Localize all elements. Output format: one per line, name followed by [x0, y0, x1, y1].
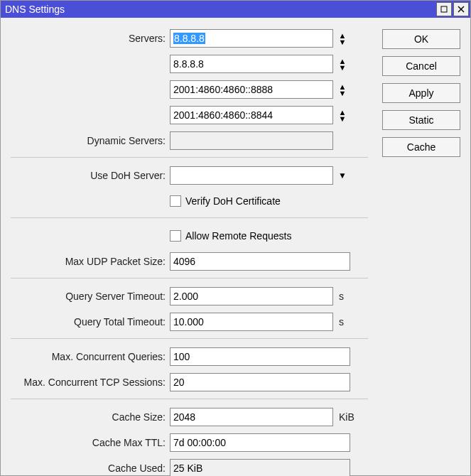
query-total-timeout-input[interactable] — [170, 313, 333, 331]
max-conc-queries-input[interactable] — [170, 347, 350, 366]
dynamic-servers-input — [170, 131, 333, 150]
allow-remote-label: Allow Remote Requests — [185, 230, 291, 242]
divider — [11, 399, 368, 399]
cache-used-label: Cache Used: — [11, 463, 170, 474]
cancel-button[interactable]: Cancel — [382, 56, 460, 76]
divider — [11, 278, 368, 278]
max-conc-tcp-label: Max. Concurrent TCP Sessions: — [11, 377, 170, 388]
static-button[interactable]: Static — [382, 110, 460, 130]
max-udp-input[interactable] — [170, 252, 350, 271]
verify-doh-checkbox[interactable] — [170, 195, 181, 207]
server-input-1[interactable] — [170, 55, 333, 73]
divider — [11, 217, 368, 218]
cache-max-ttl-label: Cache Max TTL: — [11, 437, 170, 448]
cache-button[interactable]: Cache — [382, 137, 460, 157]
server-input-2[interactable] — [170, 80, 333, 99]
unit-seconds: s — [336, 291, 344, 302]
dns-settings-window: DNS Settings Servers: 8.8.8.8 ▲▼ ▲▼ — [0, 0, 471, 476]
divider — [11, 157, 368, 158]
unit-seconds: s — [336, 316, 344, 328]
chevron-down-icon: ▼ — [339, 116, 347, 121]
ok-button[interactable]: OK — [382, 29, 460, 49]
close-button[interactable] — [453, 2, 469, 16]
server-input-0[interactable]: 8.8.8.8 — [170, 29, 333, 48]
use-doh-select[interactable] — [170, 166, 333, 185]
cache-max-ttl-input[interactable] — [170, 433, 350, 452]
cache-used-input — [170, 459, 350, 476]
chevron-down-icon: ▼ — [339, 90, 347, 96]
server-input-3[interactable] — [170, 106, 333, 124]
window-title: DNS Settings — [5, 4, 436, 15]
max-conc-tcp-input[interactable] — [170, 373, 350, 391]
query-total-timeout-label: Query Total Timeout: — [11, 316, 170, 328]
divider — [11, 338, 368, 339]
max-udp-label: Max UDP Packet Size: — [11, 256, 170, 267]
servers-label: Servers: — [11, 33, 170, 44]
unit-kib: KiB — [336, 411, 354, 423]
query-server-timeout-input[interactable] — [170, 287, 333, 305]
server-0-spinner[interactable]: ▲▼ — [336, 29, 349, 48]
minimize-button[interactable] — [436, 2, 452, 16]
allow-remote-checkbox[interactable] — [170, 230, 181, 242]
verify-doh-label: Verify DoH Certificate — [185, 195, 281, 207]
button-column: OK Cancel Apply Static Cache — [382, 28, 460, 157]
server-1-spinner[interactable]: ▲▼ — [336, 55, 349, 73]
use-doh-label: Use DoH Server: — [11, 170, 170, 181]
query-server-timeout-label: Query Server Timeout: — [11, 291, 170, 302]
apply-button[interactable]: Apply — [382, 83, 460, 103]
titlebar: DNS Settings — [1, 1, 470, 18]
cache-size-label: Cache Size: — [11, 411, 170, 423]
server-2-spinner[interactable]: ▲▼ — [336, 80, 349, 99]
chevron-down-icon: ▼ — [339, 39, 347, 45]
dynamic-servers-label: Dynamic Servers: — [11, 135, 170, 146]
chevron-down-icon: ▼ — [339, 65, 347, 70]
max-conc-queries-label: Max. Concurrent Queries: — [11, 351, 170, 362]
dropdown-icon[interactable]: ▼ — [336, 166, 349, 185]
server-3-spinner[interactable]: ▲▼ — [336, 106, 349, 124]
form-area: Servers: 8.8.8.8 ▲▼ ▲▼ ▲▼ — [11, 28, 382, 476]
svg-rect-0 — [441, 6, 447, 12]
cache-size-input[interactable] — [170, 408, 333, 426]
